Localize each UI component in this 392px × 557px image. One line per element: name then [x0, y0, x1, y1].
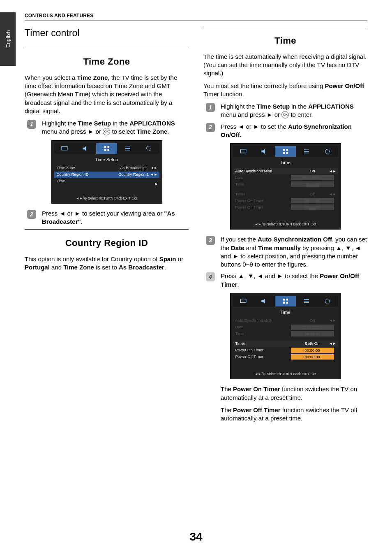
- ss1-rows: Time ZoneAs Broadcaster◄►Country Region …: [54, 165, 159, 185]
- svg-rect-0: [62, 146, 67, 150]
- svg-point-29: [325, 299, 330, 304]
- tab-sound-icon: [75, 143, 96, 154]
- step-bullet-4: 4: [206, 272, 215, 281]
- svg-point-9: [147, 146, 151, 151]
- step-bullet-3: 3: [206, 236, 215, 245]
- menu-row: Date2011/01/01: [233, 324, 338, 331]
- tab-setup-icon: [317, 146, 338, 157]
- svg-rect-20: [240, 299, 246, 303]
- ss1-footer: ◄►/⊕ Select RETURN Back EXIT Exit: [54, 185, 159, 202]
- tab-preferences-icon: [296, 296, 317, 306]
- menu-row: Time19:22:30: [233, 331, 338, 337]
- svg-rect-5: [107, 149, 109, 151]
- time-step-3-text: If you set the Auto Synchronization Off,…: [221, 235, 367, 269]
- tab-setup-icon: [317, 296, 338, 306]
- svg-marker-21: [262, 299, 265, 304]
- menu-row: TimerBoth On◄►: [233, 341, 338, 347]
- step-bullet-2: 2: [27, 210, 36, 219]
- svg-rect-25: [286, 302, 288, 304]
- menu-row: Time19:22:30: [233, 181, 338, 188]
- ss2-heading: Time: [233, 158, 338, 168]
- page-header: CONTROLS AND FEATURES: [25, 12, 367, 21]
- time-step-2-text: Press ◄ or ► to set the Auto Synchroniza…: [221, 123, 367, 139]
- menu-row: Power Off Timer00:00:00: [233, 354, 338, 360]
- menu-row: Time ZoneAs Broadcaster◄►: [54, 165, 159, 172]
- svg-rect-24: [283, 302, 285, 304]
- svg-rect-23: [286, 299, 288, 301]
- time-para-1: The time is set automatically when recei…: [203, 53, 367, 78]
- svg-rect-14: [283, 152, 285, 154]
- tab-picture-icon: [233, 146, 254, 157]
- step-bullet-1: 1: [27, 120, 36, 129]
- time-step-1: 1 Highlight the Time Setup in the APPLIC…: [206, 102, 367, 119]
- svg-rect-4: [104, 149, 106, 151]
- timer-control-heading: Timer control: [25, 27, 189, 39]
- menu-row: Date2011/01/01: [233, 174, 338, 181]
- tab-sound-icon: [254, 296, 275, 306]
- tz-step-1: 1 Highlight the Time Setup in the APPLIC…: [27, 119, 189, 136]
- time-zone-title: Time Zone: [25, 56, 189, 68]
- svg-rect-13: [286, 149, 288, 151]
- time-zone-description: When you select a Time Zone, the TV time…: [25, 74, 189, 115]
- tz-step-1-text: Highlight the Time Setup in the APPLICAT…: [42, 119, 189, 136]
- time-step-4-text: Press ▲, ▼, ◄ and ► to select the Power …: [221, 272, 367, 289]
- time-step-2: 2 Press ◄ or ► to set the Auto Synchroni…: [206, 123, 367, 139]
- tab-preferences-icon: [296, 146, 317, 157]
- svg-rect-15: [286, 152, 288, 154]
- ss3-heading: Time: [233, 308, 338, 318]
- tab-applications-icon: [275, 296, 296, 306]
- page-number: 34: [0, 529, 392, 545]
- step-bullet-2b: 2: [206, 123, 215, 132]
- country-region-title: Country Region ID: [25, 237, 189, 249]
- menu-row: Power On Timer00:00:00: [233, 347, 338, 354]
- menu-row: Power On Timer00:00:00: [233, 197, 338, 204]
- time-setup-screenshot: Time Setup Time ZoneAs Broadcaster◄►Coun…: [51, 140, 162, 204]
- menu-row: TimerOff◄►: [233, 191, 338, 197]
- svg-rect-12: [283, 149, 285, 151]
- left-column: Timer control Time Zone When you select …: [25, 27, 189, 427]
- power-on-timer-note: The Power On Timer function switches the…: [221, 385, 367, 402]
- svg-marker-1: [83, 146, 86, 151]
- menu-row: Auto SynchronizationOn◄►: [233, 168, 338, 174]
- menu-row: Auto SynchronizationOn◄►: [233, 318, 338, 324]
- right-column: Time The time is set automatically when …: [203, 27, 367, 427]
- svg-point-19: [325, 149, 330, 154]
- menu-row: Time▶: [54, 178, 159, 185]
- menu-row: Power Off Timer00:00:00: [233, 204, 338, 211]
- svg-rect-10: [240, 149, 246, 153]
- tab-applications-icon: [96, 143, 117, 154]
- tab-setup-icon: [138, 143, 159, 154]
- menu-row: Country Region IDCountry Region 1◄►: [54, 172, 159, 178]
- tz-step-2-text: Press ◄ or ► to select your viewing area…: [42, 209, 189, 226]
- svg-rect-3: [107, 146, 109, 148]
- power-off-timer-note: The Power Off Timer function switches th…: [221, 406, 367, 423]
- country-region-description: This option is only available for Countr…: [25, 255, 189, 272]
- time-step-1-text: Highlight the Time Setup in the APPLICAT…: [221, 102, 367, 119]
- tz-step-2: 2 Press ◄ or ► to select your viewing ar…: [27, 209, 189, 226]
- time-step-4: 4 Press ▲, ▼, ◄ and ► to select the Powe…: [206, 272, 367, 289]
- ss1-heading: Time Setup: [54, 155, 159, 165]
- svg-rect-2: [104, 146, 106, 148]
- tab-applications-icon: [275, 146, 296, 157]
- ss-tab-bar: [54, 143, 159, 154]
- svg-rect-22: [283, 299, 285, 301]
- ss3-footer: ◄►/⊕ Select RETURN Back EXIT Exit: [233, 360, 338, 377]
- time-step-3: 3 If you set the Auto Synchronization Of…: [206, 235, 367, 269]
- time-screenshot-2: Time Auto SynchronizationOn◄►Date2011/01…: [230, 293, 341, 379]
- tab-picture-icon: [233, 296, 254, 306]
- ss2-footer: ◄►/⊕ Select RETURN Back EXIT Exit: [233, 211, 338, 227]
- tab-sound-icon: [254, 146, 275, 157]
- svg-marker-11: [262, 149, 265, 154]
- time-title: Time: [203, 35, 367, 47]
- time-para-2: You must set the time correctly before u…: [203, 82, 367, 99]
- step-bullet-1b: 1: [206, 103, 215, 112]
- time-screenshot-1: Time Auto SynchronizationOn◄►Date2011/01…: [230, 143, 341, 230]
- tab-picture-icon: [54, 143, 75, 154]
- language-tab: English: [0, 12, 16, 66]
- tab-preferences-icon: [117, 143, 138, 154]
